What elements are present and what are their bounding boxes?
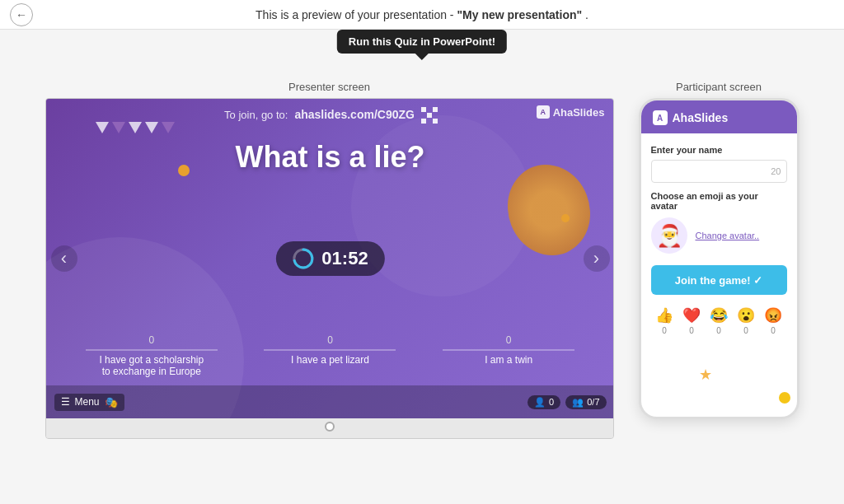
menu-label: Menu <box>75 396 100 408</box>
presenter-label: Presenter screen <box>288 81 370 93</box>
slide-logo: A AhaSlides <box>537 105 605 119</box>
join-button[interactable]: Join the game! ✓ <box>651 265 787 295</box>
audience-icon: 👤 <box>534 397 546 408</box>
reaction-wow: 😮 0 <box>737 306 755 335</box>
angry-emoji[interactable]: 😡 <box>764 306 782 324</box>
stats-pill-1: 👤 0 <box>528 395 560 409</box>
participant-section: Participant screen A AhaSlides Enter you… <box>639 81 799 419</box>
choice-2-bar <box>264 349 396 351</box>
choice-1-count: 0 <box>148 334 154 346</box>
slide-logo-text: AhaSlides <box>553 106 605 119</box>
qr-c2 <box>427 107 432 112</box>
qr-icon <box>421 107 436 122</box>
tooltip-wrap: Run this Quiz in PowerPoint! <box>337 30 507 60</box>
pennant-1 <box>96 122 109 133</box>
avatar-emoji[interactable]: 🎅 <box>651 217 687 254</box>
phone-mockup: A AhaSlides Enter your name 20 Choose an… <box>639 98 799 419</box>
stats-pill-2: 👥 0/7 <box>565 395 606 409</box>
connector-circle <box>325 422 335 432</box>
change-avatar-link[interactable]: Change avatar.. <box>696 231 760 240</box>
pennant-3 <box>129 122 142 133</box>
phone-body: Enter your name 20 Choose an emoji as yo… <box>641 133 797 347</box>
participant-label: Participant screen <box>676 81 762 93</box>
heart-count: 0 <box>689 326 694 335</box>
heart-emoji[interactable]: ❤️ <box>682 306 701 324</box>
phone-aha-text: AhaSlides <box>673 111 729 124</box>
presenter-section: Presenter screen <box>45 81 614 439</box>
choice-2: 0 I have a pet lizard <box>264 334 396 377</box>
reaction-angry: 😡 0 <box>764 306 782 335</box>
star-decor: ★ <box>699 366 712 384</box>
choices-bar: 0 I have got a scholarship to exchange i… <box>46 334 614 377</box>
reaction-heart: ❤️ 0 <box>682 306 701 335</box>
tooltip-arrow <box>415 54 429 60</box>
qr-c4 <box>421 113 426 118</box>
yellow-dot-decor <box>779 392 790 404</box>
preview-prefix: This is a preview of your presentation - <box>256 8 457 21</box>
join-prefix: To join, go to: <box>224 109 288 121</box>
menu-avatar-icon: 🎭 <box>105 396 118 408</box>
reaction-row: 👍 0 ❤️ 0 😂 0 😮 0 <box>651 306 787 335</box>
slide-title: What is a lie? <box>46 140 614 175</box>
qr-c8 <box>427 119 432 124</box>
menu-button[interactable]: ☰ Menu 🎭 <box>54 394 124 411</box>
reaction-laugh: 😂 0 <box>710 306 728 335</box>
phone-top-bar: A AhaSlides <box>641 100 797 133</box>
choice-3: 0 I am a twin <box>443 334 574 377</box>
group-icon: 👥 <box>572 397 584 408</box>
prev-arrow[interactable]: ‹ <box>51 245 77 272</box>
name-label: Enter your name <box>651 145 787 155</box>
join-button-text: Join the game! ✓ <box>675 274 762 287</box>
choice-3-text: I am a twin <box>485 354 532 366</box>
avatar-row: 🎅 Change avatar.. <box>651 217 787 254</box>
back-button[interactable]: ← <box>10 3 33 26</box>
qr-c1 <box>421 107 426 112</box>
join-url: ahaslides.com/C90ZG <box>294 108 415 121</box>
timer-badge: 01:52 <box>275 241 384 276</box>
avatar-emoji-char: 🎅 <box>656 223 682 249</box>
wow-emoji[interactable]: 😮 <box>737 306 755 324</box>
pennant-5 <box>162 122 175 133</box>
slide-logo-icon: A <box>537 105 550 119</box>
choice-3-count: 0 <box>506 334 512 346</box>
choice-1-text: I have got a scholarship to exchange in … <box>99 354 204 377</box>
tooltip-box[interactable]: Run this Quiz in PowerPoint! <box>337 30 507 54</box>
qr-c6 <box>433 113 438 118</box>
choice-2-count: 0 <box>327 334 333 346</box>
qr-c9 <box>433 119 438 124</box>
choice-1-bar <box>86 349 218 351</box>
laugh-emoji[interactable]: 😂 <box>710 306 728 324</box>
phone-aha-icon: A <box>653 110 668 125</box>
choice-1: 0 I have got a scholarship to exchange i… <box>86 334 218 377</box>
qr-c5 <box>427 113 432 118</box>
name-char-count: 20 <box>771 166 781 176</box>
slide-bottom-bar: ☰ Menu 🎭 👤 0 👥 0/7 <box>46 385 614 418</box>
presentation-name: "My new presentation" <box>457 8 582 21</box>
audience-count: 0 <box>549 397 554 407</box>
join-bar: To join, go to: ahaslides.com/C90ZG <box>46 107 614 122</box>
angry-count: 0 <box>771 326 776 335</box>
period: . <box>585 8 588 21</box>
group-count: 0/7 <box>587 397 599 407</box>
choice-3-bar <box>443 349 574 351</box>
avatar-label: Choose an emoji as your avatar <box>651 191 787 211</box>
top-bar: ← This is a preview of your presentation… <box>0 0 844 30</box>
menu-icon: ☰ <box>61 396 70 408</box>
reaction-like: 👍 0 <box>655 306 673 335</box>
qr-c7 <box>421 119 426 124</box>
next-arrow[interactable]: › <box>584 245 610 272</box>
choice-2-text: I have a pet lizard <box>291 354 369 366</box>
pennant-4 <box>145 122 158 133</box>
stats-pills: 👤 0 👥 0/7 <box>528 395 606 409</box>
slide-screen: To join, go to: ahaslides.com/C90ZG <box>46 99 614 418</box>
main-content: Run this Quiz in PowerPoint! Presenter s… <box>0 30 844 439</box>
timer-ring-icon <box>292 248 313 269</box>
preview-text: This is a preview of your presentation -… <box>256 8 588 21</box>
pennant-2 <box>112 122 125 133</box>
laugh-count: 0 <box>716 326 721 335</box>
timer-value: 01:52 <box>321 248 368 269</box>
like-emoji[interactable]: 👍 <box>655 306 673 324</box>
pennant-group <box>96 122 175 133</box>
name-input[interactable]: 20 <box>651 160 787 183</box>
slide-frame: To join, go to: ahaslides.com/C90ZG <box>45 98 614 439</box>
